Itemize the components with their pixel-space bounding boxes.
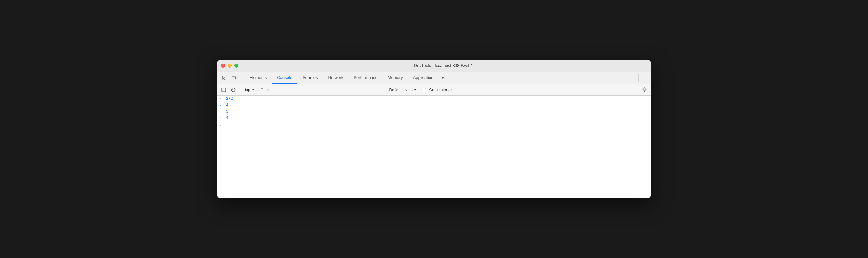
settings-button[interactable] [640, 86, 648, 94]
more-tabs-button[interactable]: » [438, 72, 448, 84]
tab-memory[interactable]: Memory [383, 72, 408, 84]
filter-input-wrapper [258, 88, 386, 92]
console-input-row: › [217, 121, 651, 129]
cursor-icon [221, 76, 227, 81]
console-row-3: › $_ [217, 109, 651, 115]
console-expression-2: $_ [226, 109, 230, 114]
console-expression-1: 2+2 [226, 96, 233, 101]
sidebar-icon [221, 88, 226, 92]
svg-rect-0 [232, 76, 235, 79]
console-result-2: 4 [226, 116, 228, 120]
inspect-element-button[interactable] [220, 74, 228, 83]
input-prompt-arrow: › [220, 122, 225, 128]
show-console-sidebar-button[interactable] [220, 86, 228, 94]
clear-console-button[interactable] [229, 86, 238, 94]
console-toolbar: top ▼ Default levels ▼ ✓ Group similar [217, 84, 651, 96]
maximize-button[interactable] [234, 63, 239, 68]
console-toolbar-left [220, 86, 240, 94]
expand-arrow-2[interactable]: › [220, 110, 225, 114]
toolbar-icons [220, 72, 243, 84]
overflow-menu-button[interactable]: ⋮ [639, 72, 651, 84]
tabs-spacer [448, 72, 639, 84]
svg-point-7 [644, 89, 645, 90]
clear-icon [231, 88, 236, 92]
svg-rect-1 [236, 77, 237, 79]
group-similar-checkbox[interactable]: ✓ [423, 88, 427, 92]
group-similar-wrapper: ✓ Group similar [420, 88, 455, 92]
default-levels-selector[interactable]: Default levels ▼ [388, 88, 419, 92]
console-row-2: ‹ 4 [217, 102, 651, 109]
gear-icon [642, 87, 647, 92]
traffic-lights [221, 63, 239, 68]
tab-network[interactable]: Network [323, 72, 349, 84]
expand-arrow-1[interactable]: › [220, 97, 225, 101]
console-row-4: ‹ 4 [217, 115, 651, 121]
tab-console[interactable]: Console [272, 72, 298, 84]
context-dropdown-arrow: ▼ [252, 88, 255, 91]
devtools-window: DevTools - localhost:8080/web/ [217, 60, 651, 198]
devtools-panel: Elements Console Sources Network Perform… [217, 72, 651, 198]
console-row-1: › 2+2 [217, 96, 651, 102]
device-toggle-button[interactable] [230, 74, 239, 83]
device-icon [232, 76, 237, 81]
checkmark-icon: ✓ [424, 88, 426, 92]
tab-performance[interactable]: Performance [348, 72, 382, 84]
console-input-cursor[interactable] [227, 123, 227, 128]
minimize-button[interactable] [227, 63, 232, 68]
levels-dropdown-arrow: ▼ [414, 88, 417, 91]
result-arrow-2: ‹ [220, 116, 225, 120]
tab-elements[interactable]: Elements [244, 72, 272, 84]
console-result-1: 4 [226, 103, 228, 108]
window-title: DevTools - localhost:8080/web/ [239, 63, 647, 68]
tab-application[interactable]: Application [408, 72, 439, 84]
console-content: › 2+2 ‹ 4 › $_ ‹ 4 › [217, 96, 651, 198]
svg-marker-4 [224, 89, 225, 90]
tab-sources[interactable]: Sources [298, 72, 323, 84]
tabs-bar: Elements Console Sources Network Perform… [217, 72, 651, 84]
close-button[interactable] [221, 63, 225, 68]
title-bar: DevTools - localhost:8080/web/ [217, 60, 651, 72]
result-arrow-1: ‹ [220, 103, 225, 107]
cursor-blink [227, 123, 227, 127]
context-selector[interactable]: top ▼ [243, 87, 257, 93]
svg-line-6 [232, 88, 235, 91]
filter-input[interactable] [260, 88, 384, 92]
